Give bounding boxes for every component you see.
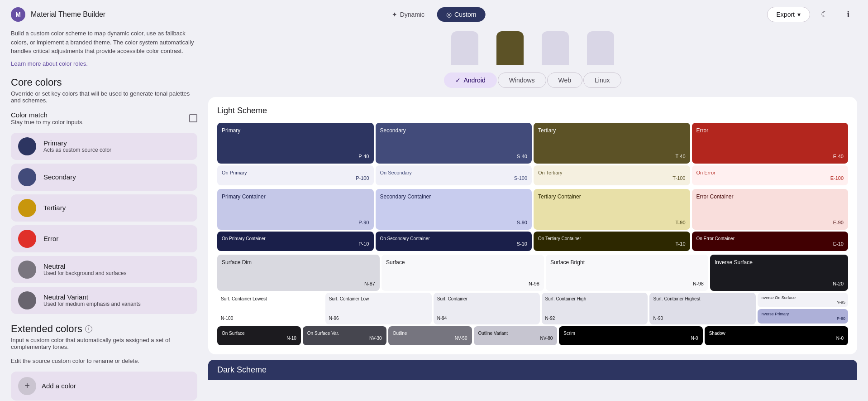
cell-surf-container[interactable]: Surf. Container N-94	[434, 293, 540, 324]
error-color-swatch	[18, 230, 36, 248]
on-primary-code: P-100	[356, 175, 369, 181]
cell-inverse-primary[interactable]: Inverse Primary P-80	[758, 309, 848, 324]
secondary-color-name: Secondary	[43, 173, 76, 181]
scrim-shadow-row: Scrim N-0 Shadow N-0	[559, 326, 848, 345]
light-scheme-panel: Light Scheme Primary P-40 Secondary S-40…	[208, 97, 857, 354]
nav-dynamic-button[interactable]: ✦ Dynamic	[383, 7, 434, 22]
error-container-label: Error Container	[696, 193, 844, 200]
error-code: E-40	[833, 154, 844, 159]
core-colors-subtitle: Override or set key colors that will be …	[11, 90, 197, 104]
secondary-container-code: S-90	[517, 220, 527, 225]
cell-primary[interactable]: Primary P-40	[217, 123, 374, 164]
on-surface-label: On Surface	[222, 331, 296, 336]
surf-container-code: N-94	[437, 316, 536, 321]
light-scheme-title: Light Scheme	[217, 106, 848, 116]
dynamic-icon: ✦	[392, 11, 397, 18]
cell-surf-container-high[interactable]: Surf. Container High N-92	[542, 293, 648, 324]
sidebar-description: Build a custom color scheme to map dynam…	[11, 29, 197, 56]
info-button[interactable]: ℹ	[839, 5, 857, 24]
cell-inverse-on-surface[interactable]: Inverse On Surface N-95	[758, 293, 848, 307]
on-surface-var-code: NV-30	[369, 336, 382, 341]
primary-container-label: Primary Container	[222, 193, 369, 200]
inverse-surface-code: N-20	[833, 281, 844, 286]
cell-outline[interactable]: Outline NV-50	[388, 326, 472, 345]
cell-inverse-surface[interactable]: Inverse Surface N-20	[710, 255, 848, 291]
surf-container-high-label: Surf. Container High	[545, 296, 644, 301]
color-item-tertiary[interactable]: Tertiary	[11, 194, 197, 222]
scheme-row-surf-containers: Surf. Container Lowest N-100 Surf. Conta…	[217, 293, 848, 324]
surface-bright-code: N-98	[693, 281, 704, 286]
on-tertiary-container-code: T-10	[675, 241, 685, 246]
scheme-row-4: On Primary Container P-10 On Secondary C…	[217, 232, 848, 251]
dark-scheme-panel: Dark Scheme	[208, 360, 857, 380]
cell-surf-container-highest[interactable]: Surf. Container Highest N-90	[649, 293, 756, 324]
moon-icon: ☾	[821, 10, 828, 19]
surface-label: Surface	[386, 259, 539, 266]
inverse-on-surface-label: Inverse On Surface	[760, 295, 845, 300]
sidebar-link[interactable]: Learn more about color roles.	[11, 60, 88, 67]
outline-label: Outline	[393, 331, 467, 336]
color-match-text: Color match Stay true to my color inputs…	[11, 111, 84, 126]
color-item-error[interactable]: Error	[11, 225, 197, 252]
neutral-color-sub: Used for background and surfaces	[43, 270, 126, 276]
on-secondary-code: S-100	[514, 175, 527, 181]
cell-on-surface-var[interactable]: On Surface Var. NV-30	[303, 326, 386, 345]
custom-icon: ◎	[446, 11, 452, 18]
cell-on-secondary-container[interactable]: On Secondary Container S-10	[376, 232, 532, 251]
cell-on-error[interactable]: On Error E-100	[692, 165, 849, 185]
tab-android[interactable]: ✓ Android	[444, 72, 496, 88]
cell-surface-dim[interactable]: Surface Dim N-87	[217, 255, 380, 291]
cell-surface[interactable]: Surface N-98	[382, 255, 544, 291]
color-item-secondary[interactable]: Secondary	[11, 164, 197, 191]
cell-surf-container-low[interactable]: Surf. Container Low N-96	[325, 293, 432, 324]
cell-tertiary[interactable]: Tertiary T-40	[534, 123, 690, 164]
cell-on-secondary[interactable]: On Secondary S-100	[376, 165, 532, 185]
color-item-primary[interactable]: Primary Acts as custom source color	[11, 133, 197, 160]
add-color-button[interactable]: + Add a color	[11, 372, 197, 401]
cell-shadow[interactable]: Shadow N-0	[705, 326, 848, 345]
on-secondary-container-label: On Secondary Container	[380, 236, 528, 241]
on-error-code: E-100	[830, 175, 844, 181]
add-color-label: Add a color	[42, 382, 76, 390]
cell-on-error-container[interactable]: On Error Container E-10	[692, 232, 849, 251]
cell-surf-container-lowest[interactable]: Surf. Container Lowest N-100	[217, 293, 324, 324]
inverse-cells-col: Inverse On Surface N-95 Inverse Primary …	[758, 293, 848, 324]
theme-toggle-button[interactable]: ☾	[816, 5, 834, 24]
color-item-neutral-variant[interactable]: Neutral Variant Used for medium emphasis…	[11, 287, 197, 314]
error-container-code: E-90	[833, 220, 844, 225]
color-match-checkbox[interactable]	[189, 114, 197, 122]
cell-error[interactable]: Error E-40	[692, 123, 849, 164]
tertiary-color-swatch	[18, 199, 36, 217]
on-tertiary-code: T-100	[672, 175, 685, 181]
tab-web[interactable]: Web	[547, 72, 583, 88]
cell-error-container[interactable]: Error Container E-90	[692, 189, 849, 230]
surf-container-lowest-code: N-100	[221, 316, 320, 321]
neutral-color-name: Neutral	[43, 262, 126, 270]
cell-scrim[interactable]: Scrim N-0	[559, 326, 702, 345]
on-primary-container-code: P-10	[358, 241, 369, 246]
cell-primary-container[interactable]: Primary Container P-90	[217, 189, 374, 230]
surf-container-high-code: N-92	[545, 316, 644, 321]
nav-custom-button[interactable]: ◎ Custom	[437, 7, 485, 22]
cell-on-surface[interactable]: On Surface N-10	[217, 326, 301, 345]
cell-on-primary[interactable]: On Primary P-100	[217, 165, 374, 185]
tab-windows[interactable]: Windows	[498, 72, 546, 88]
on-error-label: On Error	[696, 170, 844, 175]
extended-desc1: Input a custom color that automatically …	[11, 337, 197, 350]
surface-bright-label: Surface Bright	[550, 259, 704, 266]
cell-secondary-container[interactable]: Secondary Container S-90	[376, 189, 532, 230]
surf-container-highest-label: Surf. Container Highest	[653, 296, 752, 301]
cell-on-tertiary-container[interactable]: On Tertiary Container T-10	[534, 232, 690, 251]
cell-outline-variant[interactable]: Outline Variant NV-80	[474, 326, 558, 345]
tab-linux[interactable]: Linux	[583, 72, 621, 88]
extended-desc2: Edit the source custom color to rename o…	[11, 358, 197, 364]
cell-on-tertiary[interactable]: On Tertiary T-100	[534, 165, 690, 185]
scheme-row-3: Primary Container P-90 Secondary Contain…	[217, 189, 848, 230]
cell-tertiary-container[interactable]: Tertiary Container T-90	[534, 189, 690, 230]
color-item-neutral[interactable]: Neutral Used for background and surfaces	[11, 256, 197, 283]
cell-secondary[interactable]: Secondary S-40	[376, 123, 532, 164]
inverse-on-surface-code: N-95	[836, 300, 845, 304]
cell-surface-bright[interactable]: Surface Bright N-98	[546, 255, 708, 291]
export-button[interactable]: Export ▾	[767, 7, 810, 22]
cell-on-primary-container[interactable]: On Primary Container P-10	[217, 232, 374, 251]
